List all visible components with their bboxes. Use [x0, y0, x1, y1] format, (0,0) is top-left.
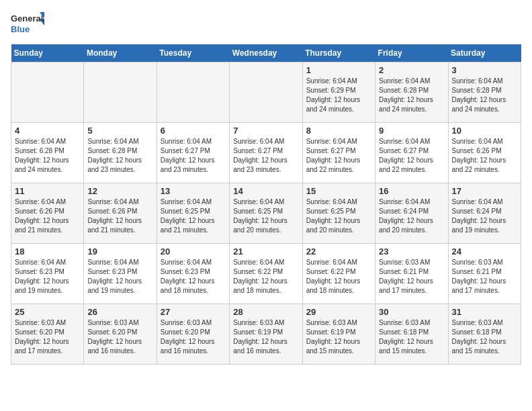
day-number: 25 — [15, 307, 80, 317]
calendar-cell: 22Sunrise: 6:04 AM Sunset: 6:22 PM Dayli… — [302, 244, 375, 304]
calendar-cell: 11Sunrise: 6:04 AM Sunset: 6:26 PM Dayli… — [11, 183, 84, 244]
page-header: General Blue — [11, 11, 521, 38]
day-number: 22 — [306, 246, 371, 257]
calendar-cell — [84, 62, 157, 123]
day-info: Sunrise: 6:04 AM Sunset: 6:25 PM Dayligh… — [161, 197, 226, 235]
day-info: Sunrise: 6:03 AM Sunset: 6:20 PM Dayligh… — [15, 318, 80, 356]
calendar-cell: 18Sunrise: 6:04 AM Sunset: 6:23 PM Dayli… — [11, 244, 84, 304]
day-of-week-saturday: Saturday — [448, 44, 521, 62]
calendar-cell: 15Sunrise: 6:04 AM Sunset: 6:25 PM Dayli… — [302, 183, 375, 244]
day-info: Sunrise: 6:03 AM Sunset: 6:21 PM Dayligh… — [379, 258, 444, 295]
day-number: 11 — [15, 186, 80, 196]
calendar-cell: 13Sunrise: 6:04 AM Sunset: 6:25 PM Dayli… — [157, 183, 229, 244]
day-info: Sunrise: 6:03 AM Sunset: 6:18 PM Dayligh… — [379, 318, 444, 356]
day-number: 13 — [161, 186, 226, 196]
day-number: 10 — [452, 126, 517, 136]
day-info: Sunrise: 6:04 AM Sunset: 6:28 PM Dayligh… — [452, 77, 517, 114]
day-number: 1 — [306, 65, 371, 75]
day-number: 26 — [87, 307, 152, 317]
logo-svg: General Blue — [11, 11, 44, 38]
day-info: Sunrise: 6:04 AM Sunset: 6:26 PM Dayligh… — [87, 197, 152, 235]
calendar-week-row: 1Sunrise: 6:04 AM Sunset: 6:29 PM Daylig… — [11, 62, 521, 123]
day-number: 18 — [15, 246, 80, 257]
calendar-cell: 2Sunrise: 6:04 AM Sunset: 6:28 PM Daylig… — [375, 62, 448, 123]
calendar-cell: 25Sunrise: 6:03 AM Sunset: 6:20 PM Dayli… — [11, 304, 84, 365]
day-info: Sunrise: 6:04 AM Sunset: 6:23 PM Dayligh… — [161, 258, 226, 295]
day-info: Sunrise: 6:04 AM Sunset: 6:22 PM Dayligh… — [306, 258, 371, 295]
calendar-cell — [157, 62, 229, 123]
calendar-cell: 27Sunrise: 6:03 AM Sunset: 6:20 PM Dayli… — [157, 304, 229, 365]
day-number: 20 — [161, 246, 226, 257]
calendar-cell: 1Sunrise: 6:04 AM Sunset: 6:29 PM Daylig… — [302, 62, 375, 123]
day-number: 19 — [87, 246, 152, 257]
day-number: 16 — [379, 186, 444, 196]
calendar-table: SundayMondayTuesdayWednesdayThursdayFrid… — [11, 44, 521, 365]
day-info: Sunrise: 6:03 AM Sunset: 6:20 PM Dayligh… — [87, 318, 152, 356]
calendar-week-row: 4Sunrise: 6:04 AM Sunset: 6:28 PM Daylig… — [11, 123, 521, 183]
calendar-cell: 9Sunrise: 6:04 AM Sunset: 6:27 PM Daylig… — [375, 123, 448, 183]
calendar-cell: 14Sunrise: 6:04 AM Sunset: 6:25 PM Dayli… — [230, 183, 302, 244]
calendar-cell: 26Sunrise: 6:03 AM Sunset: 6:20 PM Dayli… — [84, 304, 157, 365]
day-info: Sunrise: 6:04 AM Sunset: 6:24 PM Dayligh… — [452, 197, 517, 235]
day-of-week-sunday: Sunday — [11, 44, 84, 62]
day-of-week-thursday: Thursday — [302, 44, 375, 62]
calendar-cell: 7Sunrise: 6:04 AM Sunset: 6:27 PM Daylig… — [230, 123, 302, 183]
day-info: Sunrise: 6:03 AM Sunset: 6:19 PM Dayligh… — [306, 318, 371, 356]
day-info: Sunrise: 6:04 AM Sunset: 6:26 PM Dayligh… — [452, 137, 517, 175]
calendar-week-row: 25Sunrise: 6:03 AM Sunset: 6:20 PM Dayli… — [11, 304, 521, 365]
day-number: 23 — [379, 246, 444, 257]
day-info: Sunrise: 6:03 AM Sunset: 6:18 PM Dayligh… — [452, 318, 517, 356]
day-info: Sunrise: 6:04 AM Sunset: 6:28 PM Dayligh… — [15, 137, 80, 175]
day-info: Sunrise: 6:04 AM Sunset: 6:28 PM Dayligh… — [379, 77, 444, 114]
calendar-cell: 20Sunrise: 6:04 AM Sunset: 6:23 PM Dayli… — [157, 244, 229, 304]
calendar-cell: 21Sunrise: 6:04 AM Sunset: 6:22 PM Dayli… — [230, 244, 302, 304]
day-number: 12 — [87, 186, 152, 196]
day-number: 24 — [452, 246, 517, 257]
calendar-cell: 17Sunrise: 6:04 AM Sunset: 6:24 PM Dayli… — [448, 183, 521, 244]
calendar-week-row: 18Sunrise: 6:04 AM Sunset: 6:23 PM Dayli… — [11, 244, 521, 304]
calendar-cell: 12Sunrise: 6:04 AM Sunset: 6:26 PM Dayli… — [84, 183, 157, 244]
day-info: Sunrise: 6:04 AM Sunset: 6:25 PM Dayligh… — [233, 197, 298, 235]
calendar-header-row: SundayMondayTuesdayWednesdayThursdayFrid… — [11, 44, 521, 62]
day-number: 4 — [15, 126, 80, 136]
day-number: 8 — [306, 126, 371, 136]
calendar-cell: 8Sunrise: 6:04 AM Sunset: 6:27 PM Daylig… — [302, 123, 375, 183]
day-number: 29 — [306, 307, 371, 317]
calendar-cell: 3Sunrise: 6:04 AM Sunset: 6:28 PM Daylig… — [448, 62, 521, 123]
day-number: 28 — [233, 307, 298, 317]
day-info: Sunrise: 6:04 AM Sunset: 6:27 PM Dayligh… — [233, 137, 298, 175]
day-info: Sunrise: 6:04 AM Sunset: 6:29 PM Dayligh… — [306, 77, 371, 114]
calendar-cell: 31Sunrise: 6:03 AM Sunset: 6:18 PM Dayli… — [448, 304, 521, 365]
day-info: Sunrise: 6:03 AM Sunset: 6:19 PM Dayligh… — [233, 318, 298, 356]
calendar-cell: 10Sunrise: 6:04 AM Sunset: 6:26 PM Dayli… — [448, 123, 521, 183]
day-info: Sunrise: 6:03 AM Sunset: 6:21 PM Dayligh… — [452, 258, 517, 295]
day-number: 15 — [306, 186, 371, 196]
day-info: Sunrise: 6:03 AM Sunset: 6:20 PM Dayligh… — [161, 318, 226, 356]
day-info: Sunrise: 6:04 AM Sunset: 6:24 PM Dayligh… — [379, 197, 444, 235]
calendar-cell — [230, 62, 302, 123]
day-info: Sunrise: 6:04 AM Sunset: 6:22 PM Dayligh… — [233, 258, 298, 295]
day-of-week-wednesday: Wednesday — [230, 44, 302, 62]
day-info: Sunrise: 6:04 AM Sunset: 6:23 PM Dayligh… — [87, 258, 152, 295]
calendar-cell: 19Sunrise: 6:04 AM Sunset: 6:23 PM Dayli… — [84, 244, 157, 304]
day-number: 27 — [161, 307, 226, 317]
day-info: Sunrise: 6:04 AM Sunset: 6:27 PM Dayligh… — [161, 137, 226, 175]
calendar-cell: 23Sunrise: 6:03 AM Sunset: 6:21 PM Dayli… — [375, 244, 448, 304]
calendar-cell: 5Sunrise: 6:04 AM Sunset: 6:28 PM Daylig… — [84, 123, 157, 183]
day-number: 2 — [379, 65, 444, 75]
calendar-cell: 29Sunrise: 6:03 AM Sunset: 6:19 PM Dayli… — [302, 304, 375, 365]
day-info: Sunrise: 6:04 AM Sunset: 6:26 PM Dayligh… — [15, 197, 80, 235]
day-number: 7 — [233, 126, 298, 136]
calendar-cell: 28Sunrise: 6:03 AM Sunset: 6:19 PM Dayli… — [230, 304, 302, 365]
logo: General Blue — [11, 11, 44, 38]
day-info: Sunrise: 6:04 AM Sunset: 6:27 PM Dayligh… — [306, 137, 371, 175]
day-of-week-monday: Monday — [84, 44, 157, 62]
day-info: Sunrise: 6:04 AM Sunset: 6:25 PM Dayligh… — [306, 197, 371, 235]
calendar-cell: 4Sunrise: 6:04 AM Sunset: 6:28 PM Daylig… — [11, 123, 84, 183]
day-of-week-tuesday: Tuesday — [157, 44, 229, 62]
day-number: 3 — [452, 65, 517, 75]
day-number: 30 — [379, 307, 444, 317]
calendar-week-row: 11Sunrise: 6:04 AM Sunset: 6:26 PM Dayli… — [11, 183, 521, 244]
calendar-cell: 24Sunrise: 6:03 AM Sunset: 6:21 PM Dayli… — [448, 244, 521, 304]
calendar-cell: 30Sunrise: 6:03 AM Sunset: 6:18 PM Dayli… — [375, 304, 448, 365]
